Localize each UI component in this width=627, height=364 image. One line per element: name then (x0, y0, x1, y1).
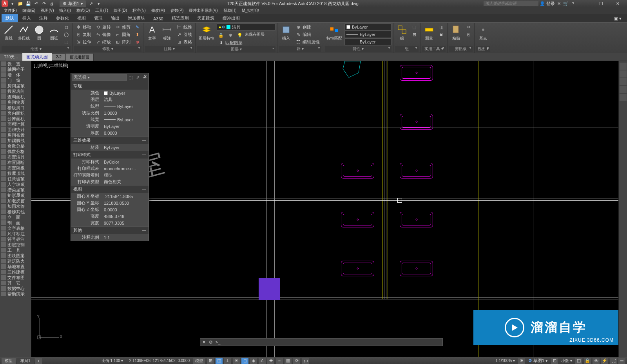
qat-print-icon[interactable]: 🖨 (49, 0, 55, 7)
add-layout-button[interactable]: + (35, 358, 42, 364)
polar-toggle[interactable]: ☀ (233, 358, 240, 364)
modify-extra-2[interactable]: ⬍ (133, 31, 141, 38)
tool-38[interactable]: 三维建模 (0, 269, 31, 275)
tool-40[interactable]: 其 它 (0, 280, 31, 286)
paste-button[interactable]: 粘贴 (449, 23, 463, 41)
tab-output[interactable]: 输出 (107, 14, 123, 22)
close-button[interactable]: ✕ (610, 0, 625, 7)
tool-22[interactable]: 人字坡顶 (0, 182, 31, 187)
qat-save-icon[interactable]: 💾 (25, 0, 31, 7)
layer-match-button[interactable]: ⬍匹配图层 (217, 39, 244, 46)
tool-24[interactable]: 矩形屋顶 (0, 193, 31, 198)
command-input[interactable] (221, 340, 442, 344)
tool-34[interactable]: 工 具 (0, 247, 31, 253)
menu-modify[interactable]: 修改(M) (149, 7, 167, 14)
tool-3[interactable]: 门 窗 (0, 77, 31, 83)
tool-1[interactable]: 轴网柱子 (0, 67, 31, 72)
draw-extra-2[interactable]: ◯ (62, 31, 71, 38)
tool-36[interactable]: 建筑防火 (0, 258, 31, 264)
util-extra-1[interactable]: ◫ (437, 23, 446, 31)
decimal-dropdown[interactable]: 小数 ▾ (560, 358, 574, 364)
ungroup-button[interactable]: ⊟ (410, 31, 419, 38)
rotate-button[interactable]: ⟲旋转 (94, 23, 112, 31)
tool-27[interactable]: 楼梯其他 (0, 209, 31, 214)
tab-parametric[interactable]: 参数化 (52, 14, 73, 22)
tool-16[interactable]: 偶数分格 (0, 149, 31, 154)
props-section-3d[interactable]: 三维效果— (71, 136, 149, 144)
layer-off-button[interactable]: 💡 (236, 32, 244, 39)
layer-dropdown[interactable]: ● ❄ 洁具 (217, 23, 275, 31)
qat-doc-tab[interactable]: ⚙草图1▾ (60, 0, 86, 7)
hardware-toggle[interactable]: ⚡ (601, 358, 608, 364)
menu-parametric[interactable]: 参数(P) (168, 7, 186, 14)
viewport-label[interactable]: [-][俯视][二维线框] (34, 63, 68, 68)
signin-icon[interactable]: 👤 (539, 0, 545, 7)
menu-file[interactable]: 文件(F) (2, 7, 19, 14)
tool-14[interactable]: 加踢脚线 (0, 138, 31, 143)
fillet-button[interactable]: ⌐圆角 (113, 31, 132, 38)
group-edit-button[interactable]: ⬚ (410, 23, 419, 31)
layer-properties-button[interactable]: 图层特性 (197, 23, 216, 41)
annomonitor-toggle[interactable]: 🏷 (302, 358, 309, 364)
block-create-button[interactable]: ⊕创建 (294, 23, 321, 31)
qat-more-icon[interactable]: ▾ (96, 0, 102, 7)
file-tab-3[interactable]: 画龙港新画 (66, 54, 94, 61)
tool-6[interactable]: 查询面积 (0, 94, 31, 99)
transparency-toggle[interactable]: ▦ (285, 358, 292, 364)
drawing-canvas[interactable]: [-][俯视][二维线框] 息室 (31, 61, 618, 357)
panel-label-group[interactable]: 组 (395, 46, 419, 52)
tab-view[interactable]: 视图 (73, 14, 90, 22)
panel-label-clipboard[interactable]: 剪贴板 (449, 46, 473, 52)
panel-label-modify[interactable]: 修改 ▾ (74, 46, 141, 52)
anno-scale-dropdown[interactable]: 1:1/100% ▾ (494, 359, 516, 363)
stretch-button[interactable]: ⇲拉伸 (74, 38, 93, 45)
copy-clip-button[interactable]: ⎘ (464, 31, 473, 38)
menu-batch-print[interactable]: M_批打印 (240, 7, 262, 14)
layout-tab[interactable]: 布局1 (17, 358, 34, 364)
workspace-dropdown[interactable]: ⚙ 草图1 ▾ (527, 358, 549, 364)
panel-label-view[interactable]: 视图 ▾ (476, 46, 490, 52)
arc-button[interactable]: 圆弧 (47, 23, 61, 41)
move-button[interactable]: ✥移动 (74, 23, 93, 31)
tool-23[interactable]: 攒尖屋顶 (0, 187, 31, 193)
model-tab[interactable]: 模型 (2, 358, 16, 364)
tool-10[interactable]: 公摊面积 (0, 116, 31, 121)
menu-help[interactable]: 帮助(H) (221, 7, 239, 14)
block-editattr-button[interactable]: ☷编辑属性 (294, 38, 321, 45)
file-tab-2[interactable]: 2-2 (52, 54, 66, 60)
menu-dimension[interactable]: 标注(N) (130, 7, 148, 14)
tool-33[interactable]: 图层控制 (0, 242, 31, 247)
anno-visibility-toggle[interactable]: ✱ (518, 358, 525, 364)
snap-toggle[interactable]: ◫ (216, 358, 223, 364)
help-icon[interactable]: ? (570, 0, 576, 7)
qat-new-icon[interactable]: ▾ (9, 0, 16, 7)
file-tab-1[interactable]: 画龙幼儿园 (22, 53, 52, 61)
linetype-button[interactable]: ⊢线性 (175, 23, 194, 31)
tool-31[interactable]: 尺寸标注 (0, 231, 31, 236)
tool-11[interactable]: 面积计算 (0, 121, 31, 127)
scale-label[interactable]: 比例 1:100 ▾ (100, 358, 125, 364)
block-edit-button[interactable]: ✎编辑 (294, 31, 321, 38)
menu-view[interactable]: 视图(V) (38, 7, 56, 14)
cmd-customize-icon[interactable]: ⚙ (207, 339, 214, 346)
panel-label-properties[interactable]: 特性 ▾ (325, 46, 391, 52)
file-tab-0[interactable]: T20天... (0, 54, 22, 61)
group-button[interactable]: 组 (395, 23, 409, 41)
command-line[interactable]: ✕ ⚙ >_ (200, 338, 443, 346)
tab-buffer[interactable]: 缓冲出图 (219, 14, 244, 22)
minimize-button[interactable]: — (577, 0, 593, 7)
customize-status-button[interactable]: ☰ (618, 358, 625, 364)
modify-extra-1[interactable]: ✎ (133, 23, 141, 31)
tool-8[interactable]: 楼板洞口 (0, 105, 31, 110)
panel-label-annotation[interactable]: 注释 ▾ (145, 46, 194, 52)
panel-label-draw[interactable]: 绘图 ▾ (2, 46, 71, 52)
tool-12[interactable]: 面积统计 (0, 127, 31, 132)
lwt-toggle[interactable]: ≡ (276, 358, 283, 364)
help-search-input[interactable]: 输入关键字或短语 (484, 1, 538, 6)
maximize-button[interactable]: ☐ (593, 0, 609, 7)
tool-21[interactable]: 任意坡顶 (0, 176, 31, 182)
nav-showmotion-icon[interactable] (620, 94, 627, 101)
tab-manage[interactable]: 管理 (90, 14, 107, 22)
nav-wheel-icon[interactable] (620, 63, 627, 70)
line-button[interactable]: 直线 (2, 23, 16, 41)
